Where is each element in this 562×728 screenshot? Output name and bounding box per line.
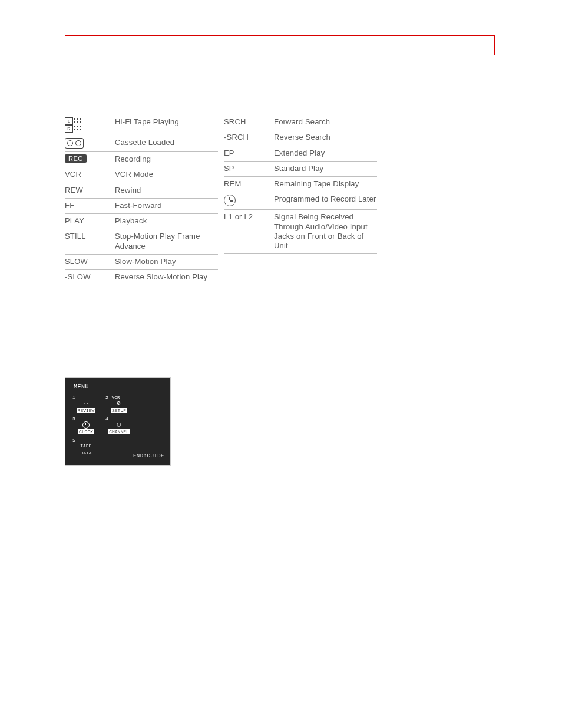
legend-description: Signal Being Received Through Audio/Vide… — [274, 212, 377, 251]
tv-icon: ▢ — [104, 421, 134, 429]
legend-description: Hi-Fi Tape Playing — [115, 117, 218, 127]
legend-column-left: LR Hi-Fi Tape Playing Cassette Loaded RE… — [65, 115, 218, 285]
legend-row: VCR VCR Mode — [65, 167, 218, 183]
menu-item-clock[interactable]: 3 CLOCK — [71, 416, 101, 435]
legend-row: REM Remaining Tape Display — [224, 177, 377, 192]
legend-row: EP Extended Play — [224, 146, 377, 162]
menu-item-channel[interactable]: 4 ▢ CHANNEL — [104, 416, 134, 435]
display-legend: LR Hi-Fi Tape Playing Cassette Loaded RE… — [65, 115, 377, 285]
page-icon: ▭ — [71, 400, 101, 407]
clock-icon — [71, 421, 101, 429]
legend-symbol: L1 or L2 — [224, 212, 274, 221]
legend-row: FF Fast-Forward — [65, 199, 218, 214]
legend-row: SP Standard Play — [224, 162, 377, 177]
legend-column-right: SRCH Forward Search -SRCH Reverse Search… — [224, 115, 377, 285]
menu-footer: END:GUIDE — [133, 453, 164, 459]
legend-description: Playback — [115, 216, 218, 226]
legend-symbol: STILL — [65, 232, 115, 241]
legend-description: Recording — [115, 154, 218, 164]
legend-row: REW Rewind — [65, 183, 218, 199]
legend-description: Programmed to Record Later — [274, 195, 377, 204]
menu-items: 1 ▭ REVIEW 2 VCR ⚙ SETUP 3 CLOCK 4 ▢ CHA… — [71, 395, 166, 456]
legend-symbol: PLAY — [65, 216, 115, 225]
legend-description: Reverse Search — [274, 133, 377, 142]
legend-symbol: -SRCH — [224, 133, 274, 141]
legend-row: Cassette Loaded — [65, 136, 218, 152]
tools-icon: ⚙ — [104, 400, 134, 407]
legend-description: Fast-Forward — [115, 201, 218, 210]
legend-description: Cassette Loaded — [115, 138, 218, 147]
legend-row: L1 or L2 Signal Being Received Through A… — [224, 210, 377, 254]
legend-row: PLAY Playback — [65, 214, 218, 229]
legend-symbol: SRCH — [224, 117, 274, 126]
legend-description: Remaining Tape Display — [274, 179, 377, 189]
legend-description: Forward Search — [274, 117, 377, 127]
page: LR Hi-Fi Tape Playing Cassette Loaded RE… — [0, 0, 562, 728]
rec-pill-icon: REC — [65, 154, 115, 163]
legend-description: Standard Play — [274, 164, 377, 173]
legend-symbol: VCR — [65, 170, 115, 179]
cassette-icon — [65, 138, 115, 149]
header-empty-box — [65, 35, 495, 55]
menu-item-subtext: TAPE — [71, 443, 101, 450]
legend-symbol: SP — [224, 164, 274, 173]
menu-title: MENU — [74, 384, 166, 390]
legend-row: REC Recording — [65, 152, 218, 167]
legend-description: Slow-Motion Play — [115, 257, 218, 266]
hifi-lr-bars-icon: LR — [65, 117, 115, 133]
legend-row: SLOW Slow-Motion Play — [65, 255, 218, 270]
legend-symbol: EP — [224, 149, 274, 157]
menu-item-setup[interactable]: 2 VCR ⚙ SETUP — [104, 395, 134, 414]
legend-description: Reverse Slow-Motion Play — [115, 272, 218, 282]
legend-symbol: REM — [224, 179, 274, 188]
menu-item-tape-data[interactable]: 5 TAPE DATA — [71, 437, 101, 456]
legend-symbol: REW — [65, 186, 115, 195]
legend-row: SRCH Forward Search — [224, 115, 377, 130]
legend-description: Rewind — [115, 186, 218, 195]
legend-description: VCR Mode — [115, 170, 218, 179]
legend-row: Programmed to Record Later — [224, 192, 377, 210]
legend-row: -SRCH Reverse Search — [224, 130, 377, 146]
legend-row: -SLOW Reverse Slow-Motion Play — [65, 270, 218, 285]
menu-item-review[interactable]: 1 ▭ REVIEW — [71, 395, 101, 414]
legend-symbol: SLOW — [65, 257, 115, 266]
clock-icon — [224, 195, 274, 206]
vcr-onscreen-menu: MENU 1 ▭ REVIEW 2 VCR ⚙ SETUP 3 CLOCK 4 … — [65, 377, 171, 466]
legend-row: LR Hi-Fi Tape Playing — [65, 115, 218, 136]
legend-description: Stop-Motion Play Frame Advance — [115, 232, 218, 251]
legend-symbol: -SLOW — [65, 272, 115, 281]
legend-row: STILL Stop-Motion Play Frame Advance — [65, 229, 218, 255]
legend-symbol: FF — [65, 201, 115, 210]
legend-description: Extended Play — [274, 149, 377, 158]
